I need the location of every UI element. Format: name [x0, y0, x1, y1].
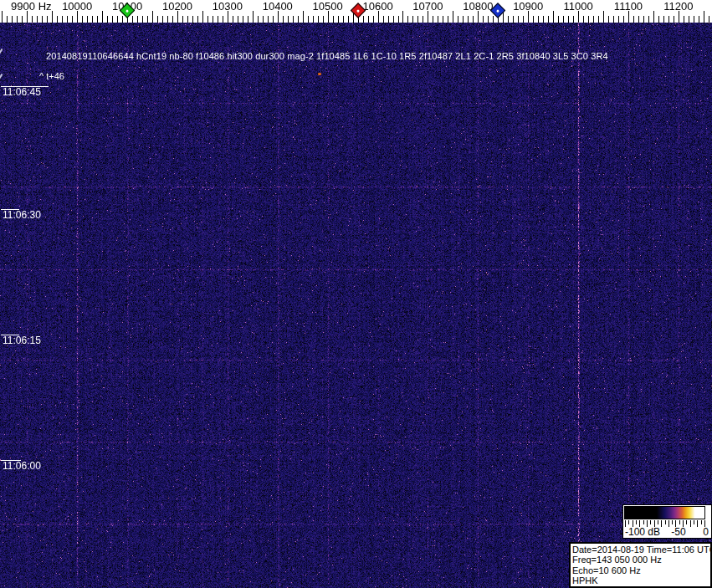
meteor-echo-spectrogram-app: 9900 Hz100001010010200103001040010500106…	[0, 0, 712, 588]
freq-tick-label: 10000	[62, 1, 92, 12]
marker-center-dot	[125, 8, 129, 12]
observation-info-lines: Date=2014-08-19 Time=11:06 UTCFreq=143 0…	[572, 545, 709, 586]
freq-tick-label: 10700	[412, 1, 443, 12]
detection-parameters-text: 20140819110646644 hCnt19 nb-80 f10486 hi…	[46, 51, 608, 61]
colorbar-label-mid: -50	[671, 527, 685, 538]
colorbar-label-max: 0	[703, 527, 709, 538]
legend-tick	[665, 520, 666, 524]
info-line: Freq=143 050 000 Hz	[572, 555, 709, 565]
freq-tick-label: 9900 Hz	[11, 1, 51, 12]
colorbar-label-min: -100 dB	[625, 527, 660, 538]
legend-tick	[679, 520, 680, 524]
freq-tick-label: 10600	[362, 1, 392, 12]
freq-tick-label: 10300	[213, 1, 243, 12]
freq-tick-label: 11000	[564, 1, 593, 12]
time-label: 11:06:45	[3, 87, 41, 98]
legend-tick	[668, 520, 669, 527]
legend-tick	[628, 520, 629, 524]
legend-tick	[697, 520, 698, 527]
freq-tick-label: 10800	[463, 1, 493, 12]
legend-tick	[672, 520, 673, 524]
marker-center-dot	[496, 8, 499, 12]
marker-center-dot	[356, 8, 359, 12]
legend-tick	[636, 520, 637, 524]
legend-tick	[701, 520, 702, 524]
legend-tick	[661, 520, 662, 527]
legend-tick	[690, 520, 691, 527]
freq-tick-label: 10400	[263, 1, 293, 12]
colorbar-legend: -100 dB -50 0	[622, 504, 712, 539]
time-cursor-label: ^ t+46	[39, 71, 64, 81]
legend-tick	[650, 520, 651, 524]
time-label: 11:06:30	[3, 210, 41, 221]
freq-tick-label: 10900	[513, 1, 543, 12]
freq-tick-label: 11100	[614, 1, 643, 12]
freq-tick-label: 11200	[663, 1, 693, 12]
time-label: 11:06:00	[3, 461, 41, 472]
info-line: Echo=10 600 Hz	[572, 565, 709, 575]
observation-info-box: Date=2014-08-19 Time=11:06 UTCFreq=143 0…	[569, 542, 712, 588]
spectrogram-waterfall[interactable]	[0, 23, 712, 588]
frequency-ruler: 9900 Hz100001010010200103001040010500106…	[0, 0, 712, 23]
freq-tick-label: 10500	[313, 1, 343, 12]
info-line: Date=2014-08-19 Time=11:06 UTC	[572, 545, 709, 555]
info-line: HPHK	[572, 575, 709, 585]
legend-tick	[694, 520, 694, 524]
time-label: 11:06:15	[3, 335, 41, 346]
legend-tick	[686, 520, 687, 524]
legend-tick	[658, 520, 658, 524]
freq-tick-label: 10200	[162, 1, 192, 12]
colorbar-gradient	[624, 506, 705, 519]
legend-tick	[643, 520, 644, 524]
